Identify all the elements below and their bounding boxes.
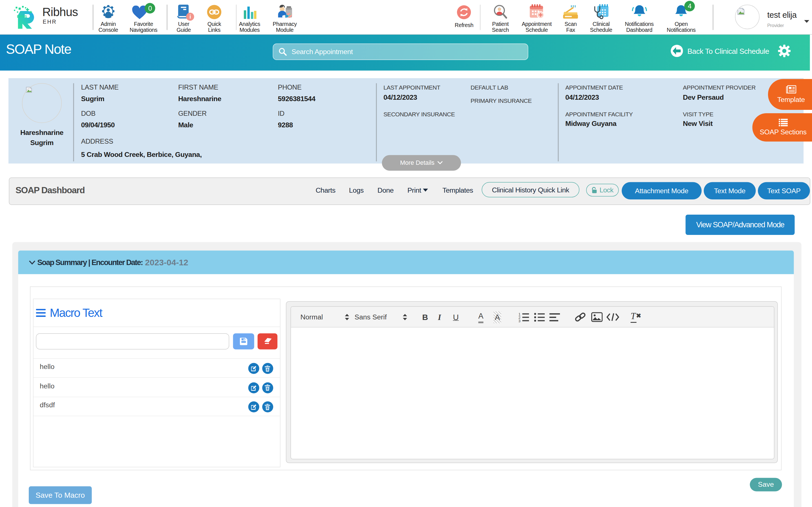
svg-text:3: 3 (518, 319, 520, 323)
svg-text:BHUS: BHUS (17, 14, 27, 18)
